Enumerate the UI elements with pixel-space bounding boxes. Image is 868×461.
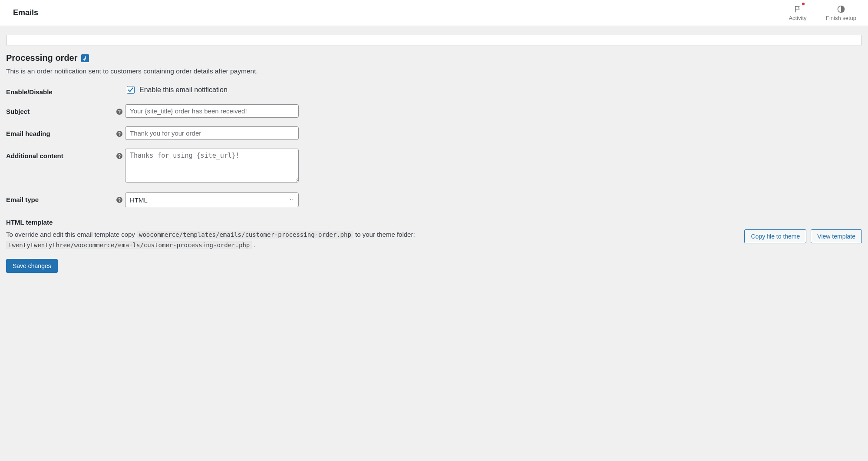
finish-setup-button[interactable]: Finish setup bbox=[819, 0, 863, 26]
save-button[interactable]: Save changes bbox=[6, 259, 58, 273]
section-title: Processing order bbox=[6, 53, 862, 63]
topbar: Emails Activity Finish setup bbox=[0, 0, 868, 26]
subject-row: Subject ? bbox=[6, 104, 862, 118]
subject-label: Subject bbox=[6, 104, 114, 115]
email-type-selected: HTML bbox=[130, 196, 148, 204]
help-icon[interactable]: ? bbox=[116, 109, 122, 115]
enable-checkbox-wrapper[interactable]: Enable this email notification bbox=[125, 85, 228, 95]
chevron-down-icon bbox=[289, 196, 294, 204]
email-type-select[interactable]: HTML bbox=[125, 192, 299, 207]
heading-input[interactable] bbox=[125, 126, 299, 140]
template-mid: to your theme folder: bbox=[353, 231, 415, 238]
notification-dot-icon bbox=[802, 3, 805, 5]
heading-row: Email heading ? bbox=[6, 126, 862, 140]
enable-checkbox[interactable] bbox=[127, 86, 135, 94]
subject-input[interactable] bbox=[125, 104, 299, 118]
section-title-text: Processing order bbox=[6, 53, 78, 63]
help-icon[interactable]: ? bbox=[116, 153, 122, 159]
page-title: Emails bbox=[13, 8, 38, 17]
enable-checkbox-text: Enable this email notification bbox=[139, 86, 228, 94]
return-link-icon[interactable] bbox=[81, 54, 89, 62]
half-circle-icon bbox=[836, 4, 846, 14]
template-src-path: woocommerce/templates/emails/customer-pr… bbox=[137, 231, 353, 239]
type-label: Email type bbox=[6, 192, 114, 203]
additional-textarea[interactable] bbox=[125, 149, 299, 182]
activity-label: Activity bbox=[789, 15, 806, 21]
help-icon[interactable]: ? bbox=[116, 131, 122, 137]
section-description: This is an order notification sent to cu… bbox=[6, 67, 862, 75]
template-post: . bbox=[252, 241, 255, 249]
template-pre: To override and edit this email template… bbox=[6, 231, 137, 238]
type-row: Email type ? HTML bbox=[6, 192, 862, 207]
help-icon[interactable]: ? bbox=[116, 197, 122, 203]
enable-row: Enable/Disable Enable this email notific… bbox=[6, 85, 862, 96]
previous-panel-fragment bbox=[6, 35, 862, 45]
enable-label: Enable/Disable bbox=[6, 85, 114, 96]
heading-label: Email heading bbox=[6, 126, 114, 137]
view-template-button[interactable]: View template bbox=[811, 229, 862, 243]
additional-row: Additional content ? bbox=[6, 149, 862, 184]
finish-setup-label: Finish setup bbox=[826, 15, 856, 21]
template-dest-path: twentytwentythree/woocommerce/emails/cus… bbox=[6, 241, 252, 249]
activity-button[interactable]: Activity bbox=[776, 0, 819, 26]
template-text: To override and edit this email template… bbox=[6, 229, 736, 250]
additional-label: Additional content bbox=[6, 149, 114, 159]
template-heading: HTML template bbox=[6, 219, 862, 226]
flag-icon bbox=[793, 4, 802, 14]
copy-file-button[interactable]: Copy file to theme bbox=[744, 229, 806, 243]
